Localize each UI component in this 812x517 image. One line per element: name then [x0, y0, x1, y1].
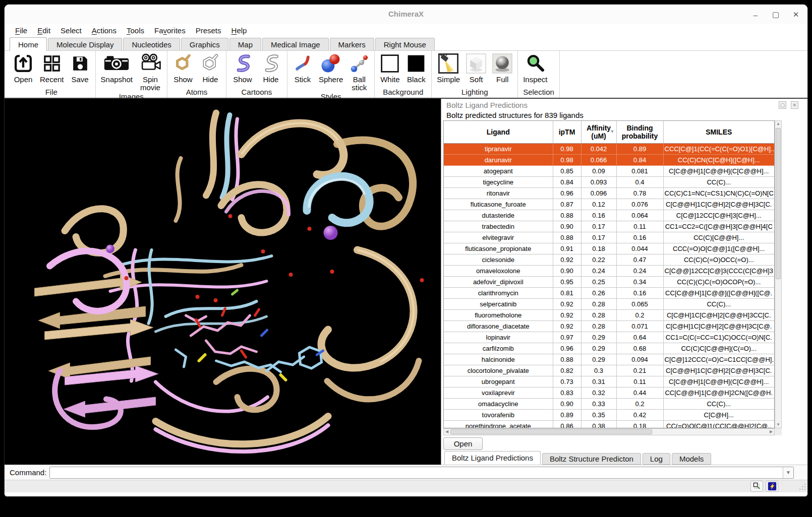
ligand-cell[interactable]: ubrogepant — [444, 376, 553, 387]
ligand-cell[interactable]: clarithromycin — [444, 287, 553, 298]
menu-file[interactable]: File — [11, 25, 32, 36]
binding-probability-cell[interactable]: 0.065 — [616, 298, 663, 309]
table-row[interactable]: elvitegravir0.880.170.16CC(C)[C@@H]... — [444, 232, 774, 243]
smiles-cell[interactable]: C[C@@H]1[C@@H](C[C@@H]... — [663, 165, 774, 176]
smiles-cell[interactable]: CCC[C@]1(CC(=C(C(=O)O1)[C@H]... — [663, 143, 774, 154]
ligand-cell[interactable]: halcinonide — [444, 354, 553, 365]
iptm-cell[interactable]: 0.88 — [553, 210, 581, 221]
lighting-full-button[interactable]: Full — [492, 52, 512, 84]
affinity-cell[interactable]: 0.25 — [581, 276, 616, 287]
iptm-cell[interactable]: 0.90 — [553, 398, 581, 409]
smiles-cell[interactable]: CC1=CC2=C([C@@H]3[C@@H]4[C — [663, 221, 774, 232]
smiles-cell[interactable]: CC(C)C(=O)OCC(=O)... — [663, 254, 774, 265]
table-row[interactable]: clocortolone_pivalate0.820.30.21C[C@@H]1… — [444, 365, 774, 376]
iptm-cell[interactable]: 0.97 — [553, 332, 581, 343]
table-row[interactable]: ciclesonide0.920.220.47CC(C)C(=O)OCC(=O)… — [444, 254, 774, 265]
binding-probability-cell[interactable]: 0.47 — [616, 254, 663, 265]
affinity-cell[interactable]: 0.16 — [581, 210, 616, 221]
affinity-cell[interactable]: 0.32 — [581, 387, 616, 398]
images-spin-movie-button[interactable]: Spin movie — [139, 52, 162, 92]
scroll-right-icon[interactable]: ▶ — [768, 429, 774, 435]
horizontal-scrollbar[interactable]: ◀ ▶ — [443, 428, 775, 435]
table-row[interactable]: ubrogepant0.730.310.11C[C@@H]1[C@@H](C[C… — [444, 376, 774, 387]
iptm-cell[interactable]: 0.87 — [553, 199, 581, 210]
ligand-cell[interactable]: ritonavir — [444, 187, 553, 199]
binding-probability-cell[interactable]: 0.24 — [616, 265, 663, 276]
table-row[interactable]: atogepant0.850.090.081C[C@@H]1[C@@H](C[C… — [444, 165, 774, 176]
smiles-cell[interactable]: C[C@@H]1C[C@H]2[C@@H]3C[C. — [663, 365, 774, 376]
mouse-mode-icon[interactable] — [750, 481, 763, 492]
menu-favorites[interactable]: Favorites — [150, 25, 190, 36]
menu-tools[interactable]: Tools — [122, 25, 149, 36]
smiles-cell[interactable]: C[C@H]... — [663, 409, 774, 420]
open-structure-button[interactable]: Open — [443, 437, 483, 450]
ligand-cell[interactable]: carfilzomib — [444, 343, 553, 354]
ligand-cell[interactable]: darunavir — [444, 154, 553, 165]
affinity-cell[interactable]: 0.31 — [581, 376, 616, 387]
table-row[interactable]: halcinonide0.880.290.094C[C@]12CCC(=O)C=… — [444, 354, 774, 365]
binding-probability-cell[interactable]: 0.34 — [616, 276, 663, 287]
binding-probability-cell[interactable]: 0.89 — [616, 143, 663, 154]
minimize-button[interactable]: – — [749, 9, 762, 20]
smiles-cell[interactable]: C[C@H]1C[C@H]2[C@@H]3C[C@. — [663, 320, 774, 332]
iptm-cell[interactable]: 0.83 — [553, 387, 581, 398]
ribbon-tab-right-mouse[interactable]: Right Mouse — [375, 38, 435, 50]
lighting-simple-button[interactable]: Simple — [437, 52, 460, 84]
column-header-ligand[interactable]: Ligand — [444, 121, 553, 143]
ribbon-tab-graphics[interactable]: Graphics — [181, 38, 228, 50]
table-row[interactable]: tigecycline0.840.0930.4CC(C)... — [444, 176, 774, 187]
close-panel-icon[interactable]: ✕ — [791, 101, 798, 109]
command-input[interactable] — [50, 467, 782, 478]
table-row[interactable]: voxilaprevir0.830.320.44CC[C@@H]1[C@@H]2… — [444, 387, 774, 398]
selection-inspect-button[interactable]: Inspect — [523, 52, 547, 84]
table-row[interactable]: omaveloxolone0.900.240.24C[C@@]12CC[C@]3… — [444, 265, 774, 276]
affinity-cell[interactable]: 0.09 — [581, 165, 616, 176]
table-row[interactable]: fluticasone_furoate0.870.120.076C[C@@H]1… — [444, 199, 774, 210]
smiles-cell[interactable]: CCC(=O)O[C@@]1([C@@H]... — [663, 243, 774, 254]
cartoons-hide-button[interactable]: Hide — [260, 52, 282, 84]
smiles-cell[interactable]: C[C@H]1C[C@H]2[C@@H]3CC[C. — [663, 309, 774, 320]
binding-probability-cell[interactable]: 0.11 — [616, 221, 663, 232]
iptm-cell[interactable]: 0.92 — [553, 298, 581, 309]
menu-select[interactable]: Select — [56, 25, 86, 36]
affinity-cell[interactable]: 0.066 — [581, 154, 616, 165]
smiles-cell[interactable]: CC(C)C[C@@H](C(=O)... — [663, 343, 774, 354]
smiles-cell[interactable]: CC(=O)O[C@]1(CC[C@@H]2[C@.. — [663, 420, 774, 428]
atoms-hide-button[interactable]: Hide — [200, 52, 221, 84]
affinity-cell[interactable]: 0.096 — [581, 187, 616, 199]
scroll-up-icon[interactable]: ▲ — [775, 121, 781, 127]
ligand-cell[interactable]: fluticasone_furoate — [444, 199, 553, 210]
iptm-cell[interactable]: 0.81 — [553, 287, 581, 298]
scroll-down-icon[interactable]: ▼ — [775, 422, 781, 428]
binding-probability-cell[interactable]: 0.78 — [616, 187, 663, 199]
ligand-cell[interactable]: atogepant — [444, 165, 553, 176]
iptm-cell[interactable]: 0.84 — [553, 176, 581, 187]
iptm-cell[interactable]: 0.95 — [553, 276, 581, 287]
smiles-cell[interactable]: CC(C)C1=NC(=CS1)CN(C)C(=O)N[C — [663, 187, 774, 199]
binding-probability-cell[interactable]: 0.44 — [616, 387, 663, 398]
vertical-scrollbar[interactable]: ▲ ▼ — [775, 120, 782, 428]
iptm-cell[interactable]: 0.85 — [553, 165, 581, 176]
styles-ball-stick-button[interactable]: Ball stick — [349, 52, 369, 92]
binding-probability-cell[interactable]: 0.094 — [616, 354, 663, 365]
panel-tab-boltz-structure-predicton[interactable]: Boltz Structure Predicton — [542, 453, 641, 465]
table-row[interactable]: omadacycline0.900.330.2CC(C)... — [444, 398, 774, 409]
affinity-cell[interactable]: 0.29 — [581, 343, 616, 354]
smiles-cell[interactable]: CC(C)... — [663, 176, 774, 187]
close-button[interactable]: ✕ — [789, 9, 802, 20]
background-black-button[interactable]: Black — [406, 52, 426, 84]
affinity-cell[interactable]: 0.093 — [581, 176, 616, 187]
ligand-cell[interactable]: dutasteride — [444, 210, 553, 221]
ligand-cell[interactable]: adefovir_dipivoxil — [444, 276, 553, 287]
iptm-cell[interactable]: 0.98 — [553, 143, 581, 154]
affinity-cell[interactable]: 0.28 — [581, 320, 616, 332]
binding-probability-cell[interactable]: 0.21 — [616, 365, 663, 376]
smiles-cell[interactable]: CC(C)CN(C[C@H]([C@H]... — [663, 154, 774, 165]
atoms-show-button[interactable]: Show — [172, 52, 194, 84]
ligand-cell[interactable]: norethindrone_acetate — [444, 420, 553, 428]
file-recent-button[interactable]: Recent — [40, 52, 64, 84]
panel-tab-models[interactable]: Models — [672, 453, 711, 465]
menu-presets[interactable]: Presets — [191, 25, 226, 36]
ligand-cell[interactable]: tigecycline — [444, 176, 553, 187]
affinity-cell[interactable]: 0.29 — [581, 332, 616, 343]
